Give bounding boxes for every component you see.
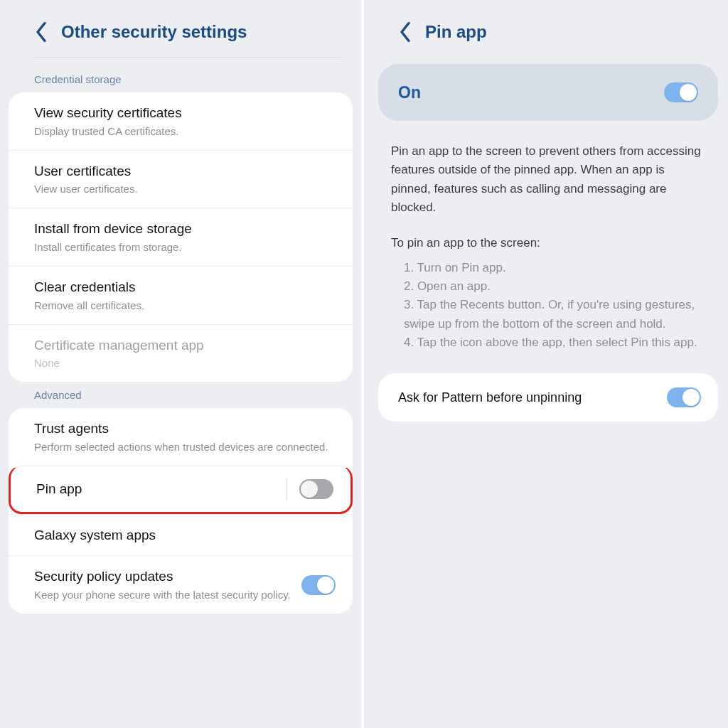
- row-pin-app[interactable]: Pin app: [9, 466, 353, 514]
- pin-app-master-toggle[interactable]: [664, 82, 698, 102]
- ask-pattern-toggle[interactable]: [667, 387, 701, 407]
- row-sub: Display trusted CA certificates.: [34, 124, 336, 139]
- row-sub: Keep your phone secure with the latest s…: [34, 587, 293, 602]
- row-trust-agents[interactable]: Trust agents Perform selected actions wh…: [9, 408, 353, 466]
- pin-app-description: Pin an app to the screen to prevent othe…: [364, 121, 728, 217]
- step-4: 4. Tap the icon above the app, then sele…: [404, 333, 702, 352]
- row-title: Pin app: [36, 480, 277, 498]
- row-title: Galaxy system apps: [34, 526, 336, 545]
- row-ask-pattern[interactable]: Ask for Pattern before unpinning: [378, 373, 718, 422]
- page-title: Other security settings: [61, 22, 247, 42]
- page-title: Pin app: [425, 22, 487, 42]
- back-icon[interactable]: [398, 21, 412, 43]
- left-panel: Other security settings Credential stora…: [0, 0, 364, 728]
- section-advanced: Advanced: [0, 382, 361, 408]
- steps-list: 1. Turn on Pin app. 2. Open an app. 3. T…: [364, 259, 728, 353]
- right-panel: Pin app On Pin an app to the screen to p…: [364, 0, 728, 728]
- row-sub: Perform selected actions when trusted de…: [34, 439, 336, 454]
- step-2: 2. Open an app.: [404, 277, 702, 296]
- steps-title: To pin an app to the screen:: [364, 217, 728, 258]
- row-galaxy-system-apps[interactable]: Galaxy system apps: [9, 514, 353, 556]
- row-install-from-storage[interactable]: Install from device storage Install cert…: [9, 208, 353, 266]
- row-certificate-management-app[interactable]: Certificate management app None: [9, 324, 353, 382]
- section-credential-storage: Credential storage: [0, 66, 361, 92]
- row-title: Certificate management app: [34, 336, 336, 355]
- row-title: View security certificates: [34, 104, 336, 122]
- credential-card: View security certificates Display trust…: [9, 92, 353, 382]
- row-security-policy-updates[interactable]: Security policy updates Keep your phone …: [9, 555, 353, 614]
- row-sub: View user certificates.: [34, 181, 336, 196]
- step-3: 3. Tap the Recents button. Or, if you're…: [404, 296, 702, 333]
- left-header: Other security settings: [0, 0, 361, 57]
- row-title: Security policy updates: [34, 567, 293, 586]
- row-clear-credentials[interactable]: Clear credentials Remove all certificate…: [9, 266, 353, 324]
- pin-app-toggle[interactable]: [299, 479, 333, 499]
- security-policy-toggle[interactable]: [301, 575, 336, 595]
- right-header: Pin app: [364, 0, 728, 57]
- row-sub: Remove all certificates.: [34, 298, 336, 313]
- toggle-divider: [286, 478, 287, 500]
- step-1: 1. Turn on Pin app.: [404, 259, 702, 277]
- advanced-card: Trust agents Perform selected actions wh…: [9, 408, 353, 614]
- on-label: On: [398, 83, 421, 102]
- row-title: Install from device storage: [34, 220, 336, 238]
- row-user-certificates[interactable]: User certificates View user certificates…: [9, 150, 353, 208]
- row-view-security-certificates[interactable]: View security certificates Display trust…: [9, 92, 353, 150]
- row-title: User certificates: [34, 162, 336, 181]
- pin-app-master-toggle-card: On: [378, 64, 718, 121]
- row-title: Trust agents: [34, 419, 336, 438]
- row-sub: Install certificates from storage.: [34, 240, 336, 255]
- row-title: Ask for Pattern before unpinning: [398, 389, 582, 406]
- row-sub: None: [34, 355, 336, 370]
- row-title: Clear credentials: [34, 278, 336, 296]
- back-icon[interactable]: [34, 21, 48, 43]
- header-divider: [34, 57, 341, 58]
